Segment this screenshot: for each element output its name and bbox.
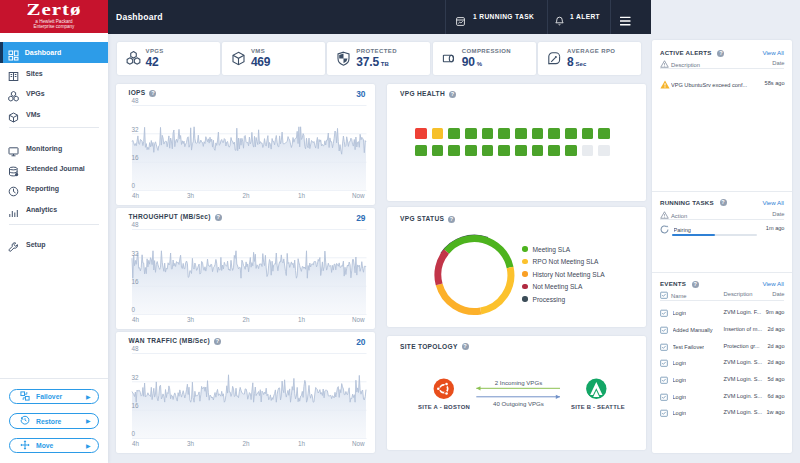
svg-text:2h: 2h (242, 440, 250, 447)
svg-text:2h: 2h (242, 316, 250, 323)
svg-text:16: 16 (131, 278, 139, 285)
svg-text:4h: 4h (132, 192, 140, 199)
svg-text:2h: 2h (242, 192, 250, 199)
svg-text:1h: 1h (298, 440, 306, 447)
svg-text:0: 0 (131, 182, 135, 189)
svg-text:48: 48 (131, 345, 139, 352)
svg-text:4h: 4h (132, 316, 140, 323)
svg-text:0: 0 (131, 430, 135, 437)
svg-text:32: 32 (131, 126, 139, 133)
svg-text:32: 32 (131, 374, 139, 381)
svg-text:16: 16 (131, 154, 139, 161)
svg-text:32: 32 (131, 250, 139, 257)
svg-text:4h: 4h (132, 440, 140, 447)
svg-text:3h: 3h (187, 316, 195, 323)
svg-text:48: 48 (131, 221, 139, 228)
svg-text:Now: Now (352, 192, 365, 199)
svg-text:Now: Now (352, 316, 365, 323)
svg-text:Now: Now (352, 440, 365, 447)
svg-text:3h: 3h (187, 192, 195, 199)
svg-text:1h: 1h (298, 192, 306, 199)
svg-text:3h: 3h (187, 440, 195, 447)
svg-text:1h: 1h (298, 316, 306, 323)
svg-text:48: 48 (131, 97, 139, 104)
svg-text:0: 0 (131, 306, 135, 313)
svg-text:16: 16 (131, 402, 139, 409)
